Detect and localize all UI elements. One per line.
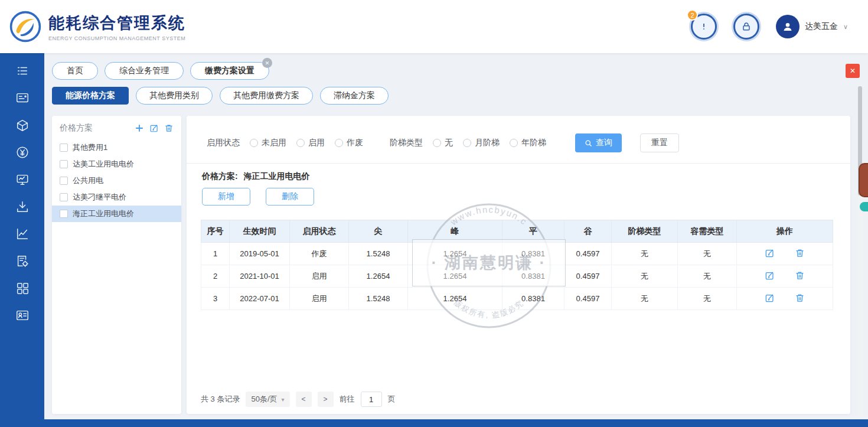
edit-row-button[interactable] bbox=[765, 248, 775, 260]
yen-circle-icon bbox=[15, 145, 30, 159]
sidebar-item-settings-doc[interactable] bbox=[11, 253, 34, 269]
plan-checkbox[interactable] bbox=[60, 193, 68, 201]
radio-circle-icon bbox=[250, 139, 258, 147]
add-plan-button[interactable] bbox=[135, 123, 144, 133]
sidebar-item-trend[interactable] bbox=[11, 226, 34, 242]
tab-home[interactable]: 首页 bbox=[52, 62, 98, 80]
plan-checkbox[interactable] bbox=[60, 210, 68, 218]
total-records-text: 共 3 条记录 bbox=[201, 394, 240, 405]
dashboard-card-icon bbox=[15, 91, 30, 105]
cell-valley: 0.4597 bbox=[564, 243, 612, 265]
query-button[interactable]: 查询 bbox=[575, 133, 622, 152]
radio-circle-icon bbox=[463, 139, 471, 147]
cell-valley: 0.4597 bbox=[564, 265, 612, 288]
subtab-other-fee-payment-plan[interactable]: 其他费用缴费方案 bbox=[220, 87, 313, 105]
delete-record-button[interactable]: 删除 bbox=[266, 188, 314, 206]
mascot-peek-icon[interactable] bbox=[859, 163, 868, 197]
tab-label: 综合业务管理 bbox=[119, 66, 169, 75]
edit-plan-button[interactable] bbox=[149, 123, 159, 133]
delete-plan-button[interactable] bbox=[164, 123, 174, 133]
subtab-late-fee-plan[interactable]: 滞纳金方案 bbox=[320, 87, 389, 105]
tab-business-management[interactable]: 综合业务管理 bbox=[105, 62, 184, 80]
delete-row-button[interactable] bbox=[795, 293, 805, 305]
radio-circle-icon bbox=[433, 139, 441, 147]
tab-close-icon[interactable]: ✕ bbox=[262, 58, 272, 68]
subtab-energy-price-plan[interactable]: 能源价格方案 bbox=[52, 87, 129, 105]
delete-row-button[interactable] bbox=[795, 270, 805, 282]
lock-button[interactable] bbox=[733, 14, 759, 40]
sidebar-item-fees[interactable] bbox=[11, 144, 34, 161]
cell-flat: 0.8381 bbox=[502, 243, 564, 265]
floating-widget[interactable] bbox=[859, 163, 868, 211]
sidebar bbox=[0, 53, 44, 427]
radio-tier-none[interactable]: 无 bbox=[433, 138, 453, 148]
plan-checkbox[interactable] bbox=[60, 177, 68, 185]
cell-flat: 0.8381 bbox=[502, 288, 564, 310]
sidebar-item-dashboard[interactable] bbox=[11, 90, 34, 106]
plan-list-item-selected[interactable]: 海正工业用电电价 bbox=[52, 206, 181, 222]
data-card-icon bbox=[15, 308, 30, 322]
cell-operations bbox=[737, 243, 833, 265]
notification-button[interactable]: 2 bbox=[691, 14, 717, 40]
subtab-label: 能源价格方案 bbox=[66, 90, 115, 100]
sidebar-item-report[interactable] bbox=[11, 171, 34, 188]
radio-circle-icon bbox=[335, 139, 343, 147]
sidebar-item-package[interactable] bbox=[11, 117, 34, 133]
current-plan-line: 价格方案: 海正工业用电电价 bbox=[202, 171, 310, 182]
plan-label: 公共用电 bbox=[73, 175, 103, 186]
cell-status: 作废 bbox=[290, 243, 349, 265]
notification-badge: 2 bbox=[687, 9, 698, 21]
cell-operations bbox=[737, 288, 833, 310]
reset-button-label: 重置 bbox=[651, 138, 668, 147]
sidebar-item-download[interactable] bbox=[11, 198, 34, 215]
plan-list-item[interactable]: 公共用电 bbox=[52, 172, 181, 189]
radio-status-voided[interactable]: 作废 bbox=[335, 138, 363, 148]
plan-list-item[interactable]: 其他费用1 bbox=[52, 139, 181, 156]
page-size-select[interactable]: 50条/页 ▾ bbox=[246, 392, 289, 407]
plan-list-item[interactable]: 达美刁继平电价 bbox=[52, 189, 181, 206]
sidebar-item-menu[interactable] bbox=[11, 63, 34, 79]
widget-dot-icon[interactable] bbox=[860, 202, 868, 211]
plan-list-item[interactable]: 达美工业用电电价 bbox=[52, 156, 181, 172]
cell-capacity-type: 无 bbox=[678, 243, 737, 265]
tab-payment-plan-settings[interactable]: 缴费方案设置 ✕ bbox=[190, 62, 269, 80]
radio-circle-icon bbox=[510, 139, 518, 147]
add-record-button[interactable]: 新增 bbox=[202, 188, 250, 206]
cell-tier-type: 无 bbox=[612, 265, 678, 288]
table-row: 2 2021-10-01 启用 1.2654 1.2654 0.8381 0.4… bbox=[201, 265, 833, 288]
table-header-row: 序号 生效时间 启用状态 尖 峰 平 谷 阶梯类型 容需类型 操作 bbox=[201, 220, 833, 243]
radio-tier-yearly[interactable]: 年阶梯 bbox=[510, 138, 546, 148]
user-menu[interactable]: 达美五金 ∨ bbox=[776, 15, 848, 38]
radio-label: 未启用 bbox=[262, 138, 286, 148]
price-plan-list: 其他费用1 达美工业用电电价 公共用电 达美刁继平电价 海正工业用电电价 bbox=[52, 139, 181, 222]
cell-sharp: 1.5248 bbox=[349, 243, 408, 265]
plan-checkbox[interactable] bbox=[60, 144, 68, 152]
reset-button[interactable]: 重置 bbox=[640, 133, 679, 152]
edit-row-button[interactable] bbox=[765, 293, 775, 305]
vertical-scrollbar[interactable] bbox=[858, 84, 862, 416]
top-header: 能耗综合管理系统 ENERGY CONSUMPTION MANAGEMENT S… bbox=[0, 0, 868, 53]
search-icon bbox=[585, 139, 592, 147]
col-header: 操作 bbox=[737, 220, 833, 243]
delete-row-button[interactable] bbox=[795, 248, 805, 260]
col-header: 启用状态 bbox=[290, 220, 349, 243]
next-page-button[interactable]: > bbox=[318, 392, 334, 407]
radio-status-enabled[interactable]: 启用 bbox=[296, 138, 325, 148]
page-number-input[interactable] bbox=[361, 392, 382, 407]
plan-checkbox[interactable] bbox=[60, 160, 68, 168]
cell-index: 1 bbox=[201, 243, 230, 265]
radio-circle-icon bbox=[296, 139, 305, 147]
col-header: 容需类型 bbox=[678, 220, 737, 243]
bottom-bar bbox=[44, 419, 868, 427]
prev-page-button[interactable]: < bbox=[296, 392, 312, 407]
sidebar-item-data-card[interactable] bbox=[11, 307, 34, 324]
page-size-value: 50条/页 bbox=[251, 394, 277, 405]
menu-list-icon bbox=[15, 64, 30, 78]
close-page-button[interactable]: ✕ bbox=[846, 64, 860, 78]
divider bbox=[187, 163, 850, 164]
sidebar-item-apps[interactable] bbox=[11, 280, 34, 296]
subtab-other-fee-category[interactable]: 其他费用类别 bbox=[136, 87, 213, 105]
edit-row-button[interactable] bbox=[765, 270, 775, 282]
radio-status-not-enabled[interactable]: 未启用 bbox=[250, 138, 286, 148]
radio-tier-monthly[interactable]: 月阶梯 bbox=[463, 138, 500, 148]
